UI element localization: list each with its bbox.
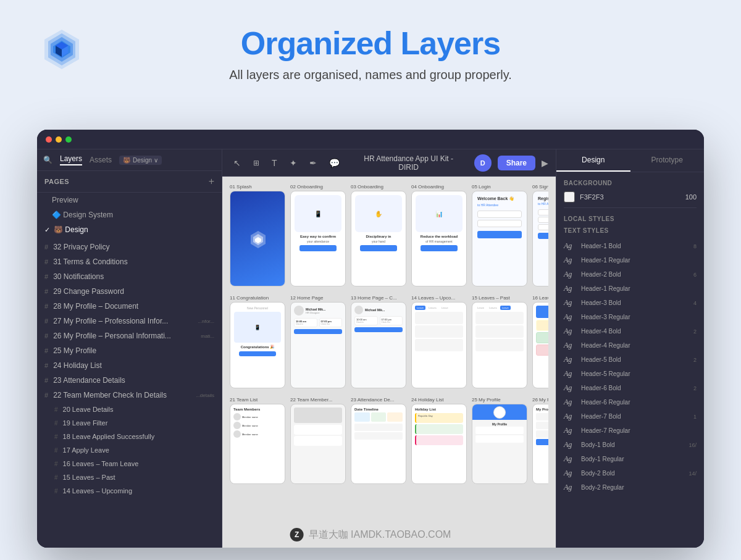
style-body2-bold[interactable]: Ag Body-2 Bold 14/: [564, 466, 697, 480]
ag-icon: Ag: [564, 341, 576, 350]
frame-24-holiday[interactable]: 24 Holiday List Holiday List Republic Da…: [411, 397, 467, 484]
frame-04-label: 04 Onboarding: [411, 184, 467, 190]
style-header2-bold[interactable]: Ag Header-2 Bold 6: [564, 267, 697, 282]
ag-icon: Ag: [564, 284, 576, 293]
ag-icon: Ag: [564, 369, 576, 378]
toolbar-tools: ↖ ⊞ T ✦ ✒ 💬: [230, 156, 343, 170]
frame-22-team[interactable]: 22 Team Member...: [290, 397, 346, 484]
component-tool[interactable]: ✦: [286, 156, 301, 170]
ag-icon: Ag: [564, 440, 576, 449]
tab-assets[interactable]: Assets: [90, 156, 112, 164]
cursor-tool[interactable]: ↖: [230, 156, 245, 170]
sub-layer-item[interactable]: # 19 Leave Filter: [37, 416, 222, 430]
frame-06-label: 06 Signup without...: [532, 184, 548, 190]
comment-tool[interactable]: 💬: [325, 156, 343, 170]
layer-item[interactable]: # 31 Terms & Conditions: [37, 254, 222, 269]
sub-layer-item[interactable]: # 15 Leaves – Past: [37, 470, 222, 484]
style-body1-bold[interactable]: Ag Body-1 Bold 16/: [564, 438, 697, 452]
frame-01-label: 01 Splash: [230, 184, 285, 190]
layer-item[interactable]: # 32 Privacy Policy: [37, 240, 222, 254]
frame-22-label: 22 Team Member...: [290, 397, 346, 403]
frame-15-leaves[interactable]: 15 Leaves – Past Leave Leaves Leave: [472, 295, 527, 388]
frame-16-leaves[interactable]: 16 Leaves – Team ...: [532, 295, 548, 388]
style-body1-regular[interactable]: Ag Body-1 Regular: [564, 452, 697, 466]
bg-color-swatch[interactable]: [564, 191, 575, 203]
page-design-active[interactable]: ✓ 🐻 Design: [37, 222, 222, 237]
frame-26-profile[interactable]: 26 My Profile – Per... My Profile: [532, 397, 548, 484]
style-header1-bold[interactable]: Ag Header-1 Bold 8: [564, 239, 697, 253]
frame-tool[interactable]: ⊞: [249, 156, 263, 170]
sub-layer-item[interactable]: # 14 Leaves – Upcoming: [37, 484, 222, 498]
share-button[interactable]: Share: [498, 156, 535, 170]
frames-row-bottom: 21 Team List Team Members Member name: [230, 397, 548, 484]
frame-06-signup[interactable]: 06 Signup without... Register Account to…: [532, 184, 548, 286]
hash-icon: #: [44, 391, 48, 399]
frame-01-splash[interactable]: 01 Splash: [230, 184, 285, 286]
style-body2-regular[interactable]: Ag Body-2 Regular: [564, 480, 697, 495]
frame-05-login[interactable]: 05 Login Welcome Back 👋 to HR Attendee: [472, 184, 527, 286]
style-header7-bold[interactable]: Ag Header-7 Bold 1: [564, 409, 697, 424]
tab-layers[interactable]: Layers: [60, 154, 82, 165]
frame-25-profile[interactable]: 25 My Profile My Profile: [472, 397, 527, 484]
layer-item[interactable]: # 25 My Profile: [37, 343, 222, 358]
style-header6-bold[interactable]: Ag Header-6 Bold 2: [564, 381, 697, 395]
layer-item[interactable]: # 28 My Profile – Document: [37, 299, 222, 314]
frame-03-onboarding[interactable]: 03 Onboarding ✋ Disciplinary in your han…: [351, 184, 406, 286]
hash-icon: #: [44, 273, 48, 280]
pen-tool[interactable]: ✒: [306, 156, 320, 170]
toolbar-title: HR Attendance App UI Kit - DIRID: [353, 154, 464, 172]
frame-13-home[interactable]: 13 Home Page – C... Michael Mik... 10:00…: [351, 295, 406, 388]
add-page-button[interactable]: +: [209, 176, 214, 187]
sub-layer-item[interactable]: # 18 Leave Applied Successfully: [37, 430, 222, 443]
page-preview[interactable]: Preview: [37, 193, 222, 207]
layer-item[interactable]: # 29 Change Password: [37, 284, 222, 299]
style-header6-regular[interactable]: Ag Header-6 Regular: [564, 395, 697, 409]
traffic-close[interactable]: [46, 136, 52, 143]
ag-icon: Ag: [564, 256, 576, 265]
ag-icon: Ag: [564, 454, 576, 464]
layer-item[interactable]: # 27 My Profile – Professional Infor... …: [37, 314, 222, 328]
frame-21-team[interactable]: 21 Team List Team Members Member name: [230, 397, 285, 484]
traffic-minimize[interactable]: [56, 136, 62, 143]
frame-12-home[interactable]: 12 Home Page Michael Mik... HR Designer: [290, 295, 346, 388]
tab-design[interactable]: Design: [556, 149, 630, 172]
toolbar-right: D Share ▶: [474, 154, 548, 172]
layer-item[interactable]: # 26 My Profile – Personal Informati... …: [37, 328, 222, 343]
ag-icon: Ag: [564, 426, 576, 435]
frame-02-onboarding[interactable]: 02 Onboarding 📱 Easy way to confirm your…: [290, 184, 346, 286]
search-icon[interactable]: 🔍: [43, 156, 52, 164]
traffic-maximize[interactable]: [65, 136, 72, 143]
local-styles-label: Local styles: [564, 215, 697, 222]
design-badge[interactable]: 🐻 Design ∨: [119, 156, 162, 165]
page-design-system[interactable]: 🔷 Design System: [37, 207, 222, 222]
canvas-scroll[interactable]: 01 Splash: [222, 177, 556, 548]
sub-layer-item[interactable]: # 16 Leaves – Team Leave: [37, 457, 222, 470]
style-header3-bold[interactable]: Ag Header-3 Bold 4: [564, 296, 697, 310]
hash-icon: #: [44, 317, 48, 325]
style-header2-regular[interactable]: Ag Header-1 Regular: [564, 282, 697, 296]
layer-item[interactable]: # 23 Attendance Details: [37, 373, 222, 388]
frame-11-congrats[interactable]: 11 Congratulation New Personnel 📱 Congra…: [230, 295, 285, 388]
style-header4-regular[interactable]: Ag Header-4 Regular: [564, 338, 697, 353]
style-header7-regular[interactable]: Ag Header-7 Regular: [564, 424, 697, 438]
play-button[interactable]: ▶: [542, 158, 548, 168]
style-header1-regular[interactable]: Ag Header-1 Regular: [564, 253, 697, 267]
layer-item[interactable]: # 30 Notifications: [37, 269, 222, 284]
sub-layer-item[interactable]: # 17 Apply Leave: [37, 443, 222, 457]
hash-icon: #: [44, 243, 48, 251]
frame-23-attendance[interactable]: 23 Attendance De... Date Timeline: [351, 397, 406, 484]
text-tool[interactable]: T: [268, 156, 281, 170]
frame-04-onboarding[interactable]: 04 Onboarding 📊 Reduce the workload of H…: [411, 184, 467, 286]
style-header3-regular[interactable]: Ag Header-3 Regular: [564, 310, 697, 324]
layer-item[interactable]: # 22 Team Member Check In Details ...det…: [37, 388, 222, 403]
frame-16-label: 16 Leaves – Team ...: [532, 295, 548, 301]
frame-11-label: 11 Congratulation: [230, 295, 285, 301]
tab-prototype[interactable]: Prototype: [630, 149, 705, 172]
style-header4-bold[interactable]: Ag Header-4 Bold 2: [564, 324, 697, 338]
divider: [564, 207, 697, 208]
layer-item[interactable]: # 24 Holiday List: [37, 358, 222, 373]
style-header5-bold[interactable]: Ag Header-5 Bold 2: [564, 353, 697, 367]
style-header5-regular[interactable]: Ag Header-5 Regular: [564, 367, 697, 381]
frame-14-leaves[interactable]: 14 Leaves – Upco... Leave Leaves Leave: [411, 295, 467, 388]
sub-layer-item[interactable]: # 20 Leave Details: [37, 403, 222, 416]
